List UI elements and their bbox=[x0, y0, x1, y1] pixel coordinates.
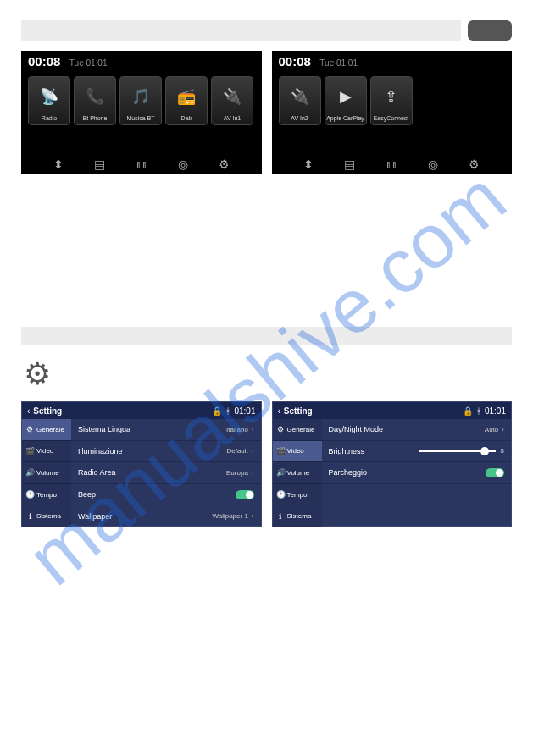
app-tile[interactable]: 📞Bt Phone bbox=[74, 76, 116, 125]
app-tile[interactable]: 🔌AV In1 bbox=[211, 76, 253, 125]
settings-row[interactable]: Radio AreaEuropa› bbox=[71, 462, 261, 484]
sidebar-item[interactable]: 🕐Tempo bbox=[273, 484, 322, 506]
tile-label: EasyConnect bbox=[374, 115, 409, 121]
tile-icon: 🔌 bbox=[291, 77, 309, 115]
sidebar-item[interactable]: ⚙Generale bbox=[22, 419, 71, 441]
chevron-right-icon: › bbox=[252, 512, 254, 520]
sidebar-icon: 🎬 bbox=[276, 447, 285, 455]
sidebar-label: Video bbox=[36, 447, 53, 455]
settings-row[interactable]: Sistema LinguaItaliano› bbox=[71, 419, 261, 441]
lock-icon: 🔒 bbox=[463, 406, 473, 416]
settings-row[interactable]: Day/Night ModeAuto› bbox=[322, 419, 512, 441]
settings-row[interactable]: WallpaperWallpaper 1› bbox=[71, 505, 261, 527]
eq-icon[interactable]: ⫾⫾ bbox=[136, 157, 147, 171]
sidebar-item[interactable]: 🕐Tempo bbox=[22, 484, 71, 506]
settings-row[interactable]: Parcheggio bbox=[322, 462, 512, 484]
settings-gear-icon: ⚙ bbox=[24, 357, 58, 391]
app-tile[interactable]: ▶Apple CarPlay bbox=[325, 76, 367, 125]
settings-content: Sistema LinguaItaliano›IlluminazioneDefa… bbox=[71, 419, 261, 527]
tile-label: AV In2 bbox=[291, 115, 308, 121]
bottom-nav: ⬍ ▤ ⫾⫾ ◎ ⚙ bbox=[272, 157, 513, 171]
wheel-icon[interactable]: ◎ bbox=[428, 157, 438, 171]
bluetooth-icon: ᚼ bbox=[476, 406, 481, 416]
settings-row bbox=[322, 484, 512, 506]
settings-row[interactable]: Beep bbox=[71, 484, 261, 506]
sidebar-label: Volume bbox=[36, 469, 59, 477]
sidebar-label: Sistema bbox=[36, 512, 61, 520]
settings-panel-video: ‹ Setting 🔒 ᚼ 01:01 ⚙Generale🎬Video🔊Volu… bbox=[272, 401, 513, 527]
sidebar-icon: ℹ bbox=[25, 512, 34, 521]
settings-row[interactable]: Brightness8 bbox=[322, 441, 512, 463]
toggle-switch[interactable] bbox=[236, 490, 254, 499]
sidebar-item[interactable]: ℹSistema bbox=[22, 505, 71, 527]
row-label: Radio Area bbox=[78, 468, 226, 477]
app-tile[interactable]: 📡Radio bbox=[28, 76, 70, 125]
row-value: Auto bbox=[485, 426, 498, 433]
row-label: Beep bbox=[78, 490, 236, 499]
sidebar-item[interactable]: 🔊Volume bbox=[22, 462, 71, 484]
header-time: 01:01 bbox=[234, 406, 255, 416]
usb-icon[interactable]: ⬍ bbox=[303, 157, 314, 171]
home-screen-1: 00:08 Tue·01·01 📡Radio📞Bt Phone🎵Musica B… bbox=[21, 51, 262, 174]
clock-date: Tue·01·01 bbox=[69, 58, 108, 68]
sidebar-icon: 🔊 bbox=[25, 468, 34, 477]
app-tile[interactable]: 📻Dab bbox=[165, 76, 208, 125]
tile-icon: 📡 bbox=[40, 77, 58, 115]
sidebar-item[interactable]: 🎬Video bbox=[273, 441, 322, 463]
row-value: Wallpaper 1 bbox=[212, 512, 247, 520]
settings-header: ‹ Setting 🔒 ᚼ 01:01 bbox=[22, 402, 261, 419]
settings-row[interactable]: IlluminazioneDefault› bbox=[71, 441, 261, 463]
row-label: Day/Night Mode bbox=[329, 425, 485, 433]
app-tile-row: 🔌AV In2▶Apple CarPlay⇪EasyConnect bbox=[279, 76, 506, 125]
chevron-right-icon: › bbox=[252, 426, 254, 433]
chevron-right-icon: › bbox=[252, 447, 254, 455]
sidebar-label: Tempo bbox=[36, 491, 57, 499]
settings-content: Day/Night ModeAuto›Brightness8Parcheggio bbox=[322, 419, 512, 527]
sidebar-icon: ℹ bbox=[276, 512, 285, 521]
eq-icon[interactable]: ⫾⫾ bbox=[386, 157, 397, 171]
settings-sidebar: ⚙Generale🎬Video🔊Volume🕐TempoℹSistema bbox=[273, 419, 322, 527]
back-chevron-icon[interactable]: ‹ bbox=[278, 406, 280, 416]
back-chevron-icon[interactable]: ‹ bbox=[27, 406, 30, 416]
sd-icon[interactable]: ▤ bbox=[94, 157, 105, 171]
sidebar-label: Volume bbox=[287, 469, 310, 477]
tile-label: AV In1 bbox=[224, 115, 242, 121]
toggle-switch[interactable] bbox=[486, 468, 504, 477]
usb-icon[interactable]: ⬍ bbox=[53, 157, 64, 171]
app-tile[interactable]: 🎵Musica BT bbox=[119, 76, 162, 125]
settings-sidebar: ⚙Generale🎬Video🔊Volume🕐TempoℹSistema bbox=[22, 419, 71, 527]
clock-time: 00:08 bbox=[28, 54, 60, 69]
sidebar-item[interactable]: ⚙Generale bbox=[273, 419, 322, 441]
sidebar-label: Generale bbox=[287, 426, 315, 433]
tile-icon: 🎵 bbox=[131, 77, 150, 115]
sidebar-item[interactable]: ℹSistema bbox=[273, 505, 322, 527]
sidebar-icon: ⚙ bbox=[25, 425, 34, 433]
app-tile[interactable]: ⇪EasyConnect bbox=[370, 76, 413, 125]
tile-label: Bt Phone bbox=[83, 115, 108, 121]
sidebar-item[interactable]: 🎬Video bbox=[22, 441, 71, 463]
sidebar-item[interactable]: 🔊Volume bbox=[273, 462, 322, 484]
header-time: 01:01 bbox=[485, 406, 506, 416]
watermark-text: manualshive.com bbox=[11, 154, 522, 602]
sidebar-label: Tempo bbox=[287, 491, 308, 499]
row-label: Sistema Lingua bbox=[78, 425, 226, 433]
sidebar-icon: 🕐 bbox=[276, 490, 285, 499]
wheel-icon[interactable]: ◎ bbox=[178, 157, 188, 171]
clock-date: Tue·01·01 bbox=[319, 58, 358, 68]
sidebar-icon: 🔊 bbox=[276, 468, 285, 477]
gear-icon[interactable]: ⚙ bbox=[219, 157, 230, 171]
app-tile[interactable]: 🔌AV In2 bbox=[279, 76, 321, 125]
tile-label: Apple CarPlay bbox=[326, 115, 364, 121]
sidebar-icon: 🎬 bbox=[25, 447, 34, 455]
row-value: Default bbox=[226, 447, 247, 455]
sidebar-label: Sistema bbox=[287, 512, 312, 520]
row-label: Illuminazione bbox=[78, 447, 226, 455]
gear-icon[interactable]: ⚙ bbox=[469, 157, 480, 171]
sd-icon[interactable]: ▤ bbox=[344, 157, 355, 171]
sidebar-label: Generale bbox=[36, 426, 64, 433]
chevron-right-icon: › bbox=[502, 426, 504, 433]
top-bar-bg bbox=[21, 20, 461, 41]
section-divider bbox=[21, 327, 512, 345]
bluetooth-icon: ᚼ bbox=[225, 406, 230, 416]
brightness-slider[interactable] bbox=[419, 450, 496, 452]
